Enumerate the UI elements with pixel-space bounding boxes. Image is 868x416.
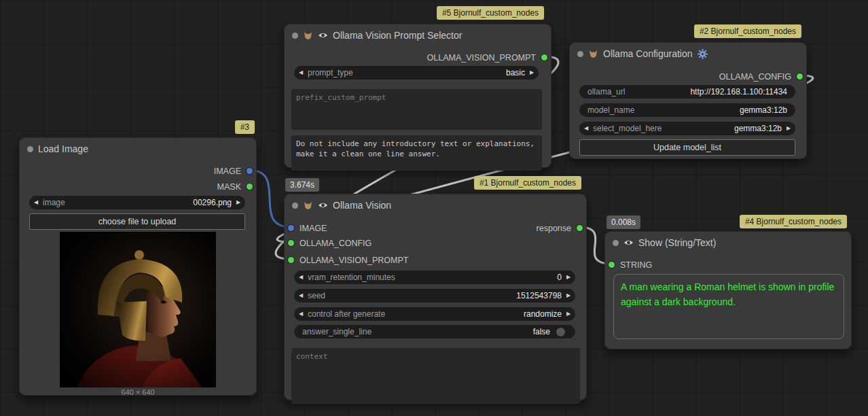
output-slot-response[interactable]: response [537,222,583,234]
slot-label: MASK [217,182,241,192]
combo-next-icon[interactable]: ▶ [782,122,795,135]
eye-icon [318,202,328,209]
widget-value: gemma3:12b [740,105,787,115]
roman-helmet-photo [60,232,216,387]
combo-next-icon[interactable]: ▶ [562,307,575,321]
wolf-icon [303,31,313,40]
combo-prev-icon[interactable]: ◀ [294,271,308,284]
node-title: Ollama Vision Prompt Selector [333,30,462,41]
combo-prev-icon[interactable]: ◀ [294,66,308,80]
graph-canvas[interactable]: Load Image IMAGE MASK ◀ image 00296.png … [0,0,868,416]
update-model-list-button[interactable]: Update model_list [579,139,795,156]
input-slot-string[interactable]: STRING [609,259,652,271]
combo-next-icon[interactable]: ▶ [232,196,245,209]
image-size-caption: 640 × 640 [20,388,256,396]
collapse-dot-icon[interactable] [27,146,33,152]
node-badge: #3 [235,120,255,134]
select-model-combo-widget[interactable]: ◀ select_model_here gemma3:12b ▶ [579,122,795,135]
combo-prev-icon[interactable]: ◀ [579,122,593,135]
prefix-custom-prompt-textarea[interactable]: prefix_custom_prompt [291,89,542,130]
widget-label: prompt_type [308,68,353,77]
input-dot-icon[interactable] [609,262,615,268]
widget-value: gemma3:12b [734,124,782,133]
node-ollama-configuration[interactable]: Ollama Configuration [569,42,807,159]
widget-value: 0 [557,273,562,282]
node-title-bar[interactable]: Ollama Vision [285,194,586,216]
context-textarea[interactable]: context [291,348,580,404]
widget-value: randomize [524,309,562,319]
output-slot-ollama-vision-prompt[interactable]: OLLAMA_VISION_PROMPT [427,52,547,63]
slot-label: IMAGE [214,167,241,176]
input-slot-ollama-config[interactable]: OLLAMA_CONFIG [288,237,372,249]
widget-label: answer_single_line [302,327,372,336]
node-title-bar[interactable]: Load Image [20,138,256,160]
combo-prev-icon[interactable]: ◀ [29,196,43,209]
widget-label: image [43,198,65,207]
input-slot-image[interactable]: IMAGE [288,222,327,234]
widget-label: seed [308,291,325,300]
output-slot-ollama-config[interactable]: OLLAMA_CONFIG [719,71,803,82]
widget-value: 1512543798 [516,291,562,300]
slot-label: OLLAMA_VISION_PROMPT [300,256,408,265]
output-dot-icon[interactable] [577,225,583,231]
eye-icon [318,32,328,39]
widget-label: model_name [587,105,634,115]
slot-label: OLLAMA_VISION_PROMPT [427,53,536,63]
input-dot-icon[interactable] [288,225,294,231]
node-badge: #5 Bjornulf_custom_nodes [437,6,544,20]
collapse-dot-icon[interactable] [292,33,298,39]
node-title: Load Image [38,143,88,154]
seed-widget[interactable]: ◀ seed 1512543798 ▶ [294,289,575,302]
combo-prev-icon[interactable]: ◀ [294,289,308,302]
combo-next-icon[interactable]: ▶ [525,66,539,80]
combo-prev-icon[interactable]: ◀ [294,307,308,321]
image-preview [60,232,216,387]
input-dot-icon[interactable] [288,240,294,246]
node-title: Show (String/Text) [638,237,716,248]
vram-retention-minutes-widget[interactable]: ◀ vram_retention_minutes 0 ▶ [294,271,575,284]
node-title-bar[interactable]: Ollama Configuration [570,43,806,65]
combo-next-icon[interactable]: ▶ [562,289,575,302]
show-text-output: A man wearing a Roman helmet is shown in… [613,274,844,339]
node-load-image[interactable]: Load Image IMAGE MASK ◀ image 00296.png … [19,137,257,396]
execution-time-badge: 3.674s [285,178,319,192]
output-dot-icon[interactable] [247,168,253,174]
custom-prompt-textarea[interactable]: Do not include any introductory text or … [291,135,542,171]
output-slot-image[interactable]: IMAGE [214,165,253,177]
combo-next-icon[interactable]: ▶ [562,271,575,284]
widget-value: false [533,327,550,336]
node-ollama-vision-prompt-selector[interactable]: Ollama Vision Prompt Selector OLLAMA_VIS… [284,24,551,168]
output-dot-icon[interactable] [541,54,547,60]
boolean-toggle-icon[interactable] [556,327,566,337]
prompt-type-combo-widget[interactable]: ◀ prompt_type basic ▶ [294,66,539,80]
output-dot-icon[interactable] [247,184,253,190]
model-name-widget[interactable]: model_name gemma3:12b [579,103,795,117]
input-dot-icon[interactable] [288,257,294,263]
input-slot-ollama-vision-prompt[interactable]: OLLAMA_VISION_PROMPT [288,254,408,266]
slot-label: OLLAMA_CONFIG [719,72,791,82]
control-after-generate-widget[interactable]: ◀ control after generate randomize ▶ [294,307,575,321]
node-title-bar[interactable]: Ollama Vision Prompt Selector [285,24,551,46]
widget-value: basic [506,68,525,77]
gear-icon [698,49,708,59]
node-ollama-vision[interactable]: Ollama Vision IMAGE OLLAMA_CONFIG OLLAMA… [284,194,587,400]
collapse-dot-icon[interactable] [613,240,619,246]
node-show-string-text[interactable]: Show (String/Text) STRING A man wearing … [604,231,852,349]
image-combo-widget[interactable]: ◀ image 00296.png ▶ [29,196,245,209]
output-dot-icon[interactable] [797,73,803,80]
choose-file-button[interactable]: choose file to upload [29,213,245,230]
widget-value: http://192.168.1.100:11434 [690,87,787,97]
collapse-dot-icon[interactable] [292,203,298,209]
answer-single-line-toggle-widget[interactable]: answer_single_line false [294,325,575,339]
node-badge: #4 Bjornulf_custom_nodes [740,215,847,228]
output-slot-mask[interactable]: MASK [217,181,253,192]
node-badge: #2 Bjornulf_custom_nodes [694,24,801,38]
node-title: Ollama Vision [333,200,391,211]
node-title-bar[interactable]: Show (String/Text) [605,232,851,254]
collapse-dot-icon[interactable] [577,51,583,57]
execution-time-badge: 0.008s [607,215,640,229]
ollama-url-widget[interactable]: ollama_url http://192.168.1.100:11434 [579,85,795,99]
slot-label: response [537,224,571,233]
node-badge: #1 Bjornulf_custom_nodes [474,176,581,190]
widget-label: vram_retention_minutes [308,273,395,282]
